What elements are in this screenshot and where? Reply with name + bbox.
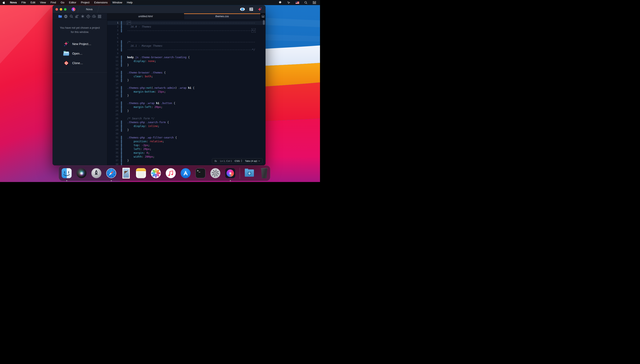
- menu-item-help[interactable]: Help: [125, 1, 135, 4]
- code-line[interactable]: 20}: [107, 94, 265, 98]
- menu-item-project[interactable]: Project: [79, 1, 92, 4]
- minimize-button[interactable]: [60, 8, 62, 10]
- symbols-outline-icon[interactable]: [75, 14, 79, 18]
- language-selector[interactable]: CSS: [235, 160, 242, 162]
- code-editor[interactable]: 1/*-------------------------------------…: [107, 20, 265, 165]
- search-icon[interactable]: [69, 14, 74, 18]
- menu-item-go[interactable]: Go: [58, 1, 67, 4]
- code-line[interactable]: 32 position: relative;: [107, 140, 265, 143]
- zoom-button[interactable]: [64, 8, 67, 10]
- code-line[interactable]: 1/*-------------------------------------…: [107, 21, 265, 25]
- preview-eye-icon[interactable]: [240, 8, 245, 11]
- dock-item-nova[interactable]: [224, 167, 236, 179]
- code-line[interactable]: 28 display: inline;: [107, 124, 265, 128]
- dock-item-notes[interactable]: [135, 167, 147, 179]
- snippets-asterisk-icon[interactable]: [81, 14, 85, 18]
- close-button[interactable]: [56, 8, 58, 10]
- dock-item-safari[interactable]: [105, 167, 117, 179]
- menu-item-find[interactable]: Find: [48, 1, 58, 4]
- dock-item-terminal[interactable]: >_: [194, 167, 207, 179]
- code-line[interactable]: 2 16.0 - Themes: [107, 25, 265, 29]
- code-line[interactable]: 30: [107, 132, 265, 136]
- code-line[interactable]: 11 display: none;: [107, 59, 265, 63]
- dock-item-system-preferences[interactable]: [209, 167, 221, 179]
- menu-list-icon[interactable]: [313, 1, 316, 4]
- code-line[interactable]: 24}: [107, 109, 265, 113]
- menu-app-name[interactable]: Nova: [8, 0, 19, 5]
- menu-bar-left: Nova FileEditViewFindGoEditorProjectExte…: [0, 0, 135, 5]
- files-folder-icon[interactable]: [58, 14, 62, 18]
- code-line[interactable]: 15 clear: both;: [107, 74, 265, 78]
- code-line[interactable]: 18.themes-php:not(.network-admin) .wrap …: [107, 86, 265, 90]
- code-line[interactable]: 13: [107, 67, 265, 71]
- wrap-options-icon[interactable]: [214, 160, 217, 162]
- dock-item-app-store[interactable]: [180, 167, 192, 179]
- cloud-sync-icon[interactable]: [92, 14, 96, 18]
- menu-item-extensions[interactable]: Extensions: [92, 1, 110, 4]
- code-line[interactable]: 4: [107, 32, 265, 36]
- line-number: 25: [107, 113, 121, 116]
- menu-item-editor[interactable]: Editor: [67, 1, 79, 4]
- dock-item-finder[interactable]: [61, 167, 73, 179]
- menu-item-file[interactable]: File: [19, 1, 28, 4]
- code-line[interactable]: 26/* Search form */: [107, 116, 265, 120]
- sidebar-item-open[interactable]: Open…: [63, 50, 107, 57]
- extensions-grid-icon[interactable]: [98, 14, 102, 18]
- code-line[interactable]: 14.theme-browser .themes {: [107, 71, 265, 74]
- new-plus-icon[interactable]: [258, 7, 262, 12]
- code-line[interactable]: 25: [107, 113, 265, 116]
- code-line[interactable]: 12}: [107, 63, 265, 67]
- code-line[interactable]: 7 16.1 - Manage Themes: [107, 44, 265, 48]
- remote-globe-icon[interactable]: [64, 14, 68, 18]
- traffic-lights: [53, 8, 69, 10]
- dock-separator: [240, 168, 240, 179]
- editor-scrollbar-thumb[interactable]: [263, 20, 265, 25]
- code-line[interactable]: 33 top: -2px;: [107, 143, 265, 147]
- apple-menu-icon[interactable]: [0, 1, 8, 4]
- code-line[interactable]: 22.themes-php .wrap h1 .button {: [107, 101, 265, 105]
- code-line[interactable]: 6/*-------------------------------------…: [107, 40, 265, 44]
- code-line[interactable]: 5: [107, 36, 265, 40]
- code-line[interactable]: 16}: [107, 78, 265, 82]
- sidebar-item-clone[interactable]: Clone…: [63, 60, 107, 66]
- code-line[interactable]: 29}: [107, 128, 265, 132]
- dock-item-launchpad[interactable]: [90, 167, 103, 179]
- menu-item-window[interactable]: Window: [110, 1, 125, 4]
- us-flag-input-icon[interactable]: [296, 2, 299, 4]
- code-line[interactable]: 23 margin-left: 20px;: [107, 105, 265, 109]
- code-line[interactable]: 21: [107, 98, 265, 101]
- dock-item-music[interactable]: [165, 167, 177, 179]
- tab-width-selector[interactable]: Tabs (4 sp): [245, 160, 260, 162]
- code-text: }: [122, 63, 129, 67]
- code-line[interactable]: 10body.js .theme-browser.search-loading …: [107, 56, 265, 59]
- dock-item-trash[interactable]: [258, 167, 270, 179]
- split-editor-icon[interactable]: [249, 8, 253, 11]
- code-line[interactable]: 35 margin: 0;: [107, 151, 265, 155]
- code-line[interactable]: 8---------------------------------------…: [107, 48, 265, 52]
- avast-icon[interactable]: [279, 1, 282, 4]
- code-line[interactable]: 27.themes-php .search-form {: [107, 120, 265, 124]
- code-line[interactable]: 17: [107, 82, 265, 86]
- cursor-position[interactable]: Ln 1, Col 1: [220, 160, 232, 162]
- code-line[interactable]: 19 margin-bottom: 15px;: [107, 90, 265, 94]
- code-line[interactable]: 3---------------------------------------…: [107, 29, 265, 32]
- line-number: 30: [107, 132, 121, 136]
- editor-options-icon[interactable]: [261, 14, 265, 19]
- dock-item-photos[interactable]: [150, 167, 162, 179]
- tab-themes-css[interactable]: themes.css: [184, 14, 261, 19]
- sidebar-item-newproject[interactable]: New Project…: [63, 40, 107, 47]
- dock-item-mail[interactable]: [120, 167, 132, 179]
- code-line[interactable]: 34 left: 20px;: [107, 147, 265, 151]
- code-line[interactable]: 9: [107, 52, 265, 56]
- dock-item-downloads[interactable]: [243, 167, 255, 179]
- tab-untitled-html[interactable]: untitled.html: [107, 14, 184, 19]
- menu-item-view[interactable]: View: [38, 1, 48, 4]
- code-text: .theme-browser .themes {: [122, 71, 166, 74]
- code-line[interactable]: 31.themes-php .wp-filter-search {: [107, 136, 265, 140]
- window-titlebar[interactable]: Nova: [53, 5, 265, 14]
- spotlight-search-icon[interactable]: [304, 1, 307, 4]
- cursor-plane-icon[interactable]: [287, 1, 290, 4]
- menu-item-edit[interactable]: Edit: [28, 1, 38, 4]
- git-publish-icon[interactable]: [86, 14, 91, 18]
- dock-item-siri[interactable]: [76, 167, 88, 179]
